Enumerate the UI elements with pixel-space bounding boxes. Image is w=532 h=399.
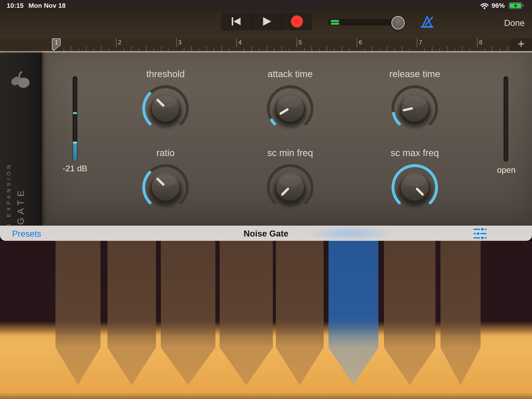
bar-number: 8 [479, 39, 482, 46]
beat-tick [372, 46, 372, 51]
attack-time-knob[interactable] [263, 81, 317, 135]
attack-time-knob-graphic [263, 81, 317, 135]
release-time-knob[interactable] [387, 81, 442, 135]
beat-tick [439, 49, 440, 51]
beat-tick [199, 49, 199, 51]
bar-tick [236, 38, 237, 47]
rewind-icon [231, 16, 242, 26]
rewind-button[interactable] [221, 13, 251, 30]
beat-tick [94, 49, 94, 51]
release-time-knob-graphic [387, 81, 442, 135]
beat-tick [251, 46, 252, 51]
beat-tick [334, 49, 335, 51]
beat-tick [304, 49, 304, 51]
beat-tick [387, 46, 387, 51]
panel-top-edge [0, 51, 532, 53]
beat-tick [402, 46, 402, 51]
beat-tick [447, 46, 448, 51]
wifi-icon [480, 3, 489, 9]
beat-tick [469, 49, 470, 51]
beat-tick [78, 49, 79, 51]
timeline-ruler[interactable]: 2345678 1 + [0, 38, 532, 51]
bar-number: 4 [238, 39, 242, 46]
beat-tick [289, 49, 289, 51]
attack-time-label: attack time [249, 69, 331, 79]
instrument-strings-area[interactable] [0, 241, 532, 399]
bar-tick [417, 38, 417, 47]
clock-date: Mon Nov 18 [28, 2, 66, 9]
sc-min-freq-knob[interactable] [263, 160, 317, 214]
plugin-footer-bar: Presets Noise Gate [0, 225, 532, 241]
beat-tick [244, 49, 244, 51]
beat-tick [455, 49, 455, 51]
ratio-label: ratio [125, 148, 206, 158]
beat-tick [462, 46, 462, 51]
done-button[interactable]: Done [503, 18, 526, 28]
transport-controls [221, 13, 312, 30]
beat-tick [327, 46, 327, 51]
noise-gate-plugin-panel: DOWNWARD EXPANSION NOISE GATE -21 dB ope… [0, 53, 532, 225]
beat-tick [146, 46, 147, 51]
beat-tick [101, 46, 101, 51]
beat-tick [139, 49, 139, 51]
plugin-sidebar: DOWNWARD EXPANSION NOISE GATE [0, 53, 42, 225]
beat-tick [131, 46, 132, 51]
release-time-label: release time [374, 69, 456, 79]
bar-tick [176, 38, 177, 47]
playhead-bar-number: 1 [55, 39, 58, 46]
beat-tick [154, 49, 154, 51]
beat-tick [282, 46, 282, 51]
clock-time: 10:15 [7, 2, 24, 9]
bar-number: 2 [118, 39, 121, 46]
track-level-icon [331, 23, 339, 25]
battery-charging-icon [509, 2, 524, 9]
beat-tick [222, 46, 222, 51]
record-button[interactable] [282, 13, 312, 30]
beat-tick [342, 46, 342, 51]
ratio-knob[interactable] [138, 160, 193, 214]
input-meter-label: -21 dB [54, 164, 96, 173]
beat-tick [206, 46, 207, 51]
bar-number: 7 [419, 39, 422, 46]
beat-tick [364, 49, 365, 51]
sc-max-freq-label: sc max freq [374, 148, 456, 158]
metronome-button[interactable] [418, 14, 436, 31]
beat-tick [319, 49, 320, 51]
controls-button[interactable] [472, 227, 486, 240]
sc-min-freq-label: sc min freq [249, 148, 331, 158]
status-bar: 10:15 Mon Nov 18 96% [0, 0, 532, 11]
gate-meter-label: open [485, 165, 528, 175]
top-toolbar: Done [0, 11, 532, 38]
beat-tick [63, 49, 64, 51]
volume-slider-thumb[interactable] [391, 16, 405, 29]
beat-tick [191, 46, 192, 51]
beat-tick [424, 49, 425, 51]
track-level-icon [331, 20, 339, 22]
beat-tick [274, 49, 274, 51]
beat-tick [409, 49, 410, 51]
threshold-knob[interactable] [138, 81, 193, 135]
track-volume-slider[interactable] [328, 19, 400, 26]
beat-tick [485, 49, 485, 51]
beat-tick [229, 49, 229, 51]
play-button[interactable] [251, 13, 281, 30]
bar-tick [297, 38, 297, 47]
beat-tick [394, 49, 395, 51]
sc-max-freq-knob[interactable] [387, 160, 442, 214]
beat-tick [161, 46, 162, 51]
beat-tick [71, 46, 71, 51]
sliders-icon [473, 227, 487, 240]
leaf-icon [7, 71, 35, 98]
beat-tick [349, 49, 349, 51]
sc-min-freq-knob-graphic [263, 160, 317, 214]
bar-number: 3 [178, 39, 182, 46]
beat-tick [379, 49, 380, 51]
beat-tick [108, 49, 109, 51]
threshold-knob-graphic [138, 81, 193, 135]
bar-number: 6 [359, 39, 362, 46]
beat-tick [86, 46, 86, 51]
add-bars-button[interactable]: + [515, 37, 527, 50]
beat-tick [169, 49, 169, 51]
beat-tick [432, 46, 432, 51]
garageband-noise-gate-screen: 10:15 Mon Nov 18 96% [0, 0, 532, 399]
